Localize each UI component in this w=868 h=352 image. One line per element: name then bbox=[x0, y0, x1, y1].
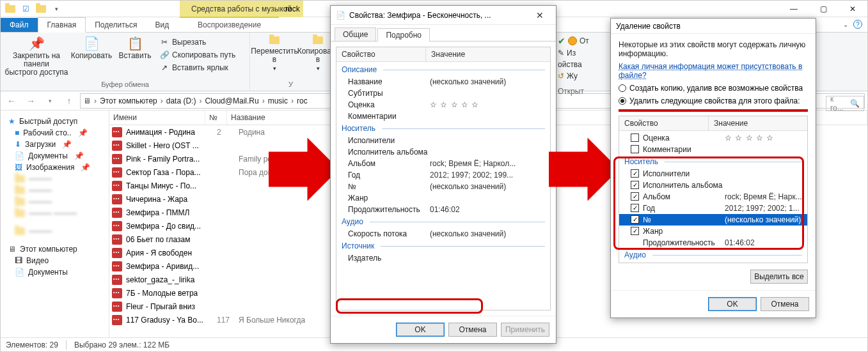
music-file-icon bbox=[112, 315, 122, 325]
qat-new-folder-icon[interactable] bbox=[34, 2, 48, 16]
nav-back-button[interactable]: ← bbox=[3, 93, 20, 109]
nav-sidebar: ★Быстрый доступ ■Рабочий сто..📌 ⬇Загрузк… bbox=[1, 111, 109, 337]
close-button[interactable]: ✕ bbox=[838, 1, 867, 17]
cancel-button[interactable]: Отмена bbox=[761, 297, 809, 311]
select-all-button[interactable]: Выделить все bbox=[750, 270, 808, 284]
scissors-icon: ✂ bbox=[159, 37, 170, 47]
dialog-close-button[interactable]: ✕ bbox=[529, 10, 551, 20]
crumb-cloud[interactable]: Cloud@Mail.Ru bbox=[205, 96, 258, 105]
crumb-music[interactable]: music bbox=[268, 96, 288, 105]
col-property: Свойство bbox=[336, 47, 426, 61]
properties-dialog: 📄 Свойства: Земфира - Бесконечность, ...… bbox=[330, 5, 556, 344]
copy-path-button[interactable]: 🔗Скопировать путь bbox=[158, 49, 237, 61]
status-count: Элементов: 29 bbox=[6, 341, 58, 349]
tab-playback[interactable]: Воспроизведение bbox=[180, 17, 279, 32]
sidebar-item-blurred[interactable]: ——— ——— bbox=[6, 208, 104, 219]
tab-home[interactable]: Главная bbox=[38, 17, 86, 33]
music-file-icon bbox=[112, 127, 122, 137]
list-item[interactable]: Продолжительность01:46:02 bbox=[619, 237, 807, 249]
search-box[interactable]: к ro... 🔍 bbox=[826, 96, 864, 111]
pictures-icon: 🖼 bbox=[15, 163, 22, 172]
nav-forward-button[interactable]: → bbox=[22, 93, 39, 109]
personal-info-link[interactable]: Какая личная информация может присутство… bbox=[619, 62, 802, 80]
sidebar-item-documents2[interactable]: 📄Документы bbox=[6, 266, 104, 278]
cancel-button[interactable]: Отмена bbox=[448, 323, 497, 337]
help-icon[interactable]: ? bbox=[853, 20, 862, 29]
pc-icon: 🖥 bbox=[8, 245, 16, 254]
music-file-icon bbox=[112, 194, 122, 204]
sidebar-item-downloads[interactable]: ⬇Загрузки📌 bbox=[6, 139, 104, 150]
sidebar-item-videos[interactable]: 🎞Видео bbox=[6, 255, 104, 266]
group-clipboard-label: Буфер обмена bbox=[4, 79, 246, 89]
music-file-icon bbox=[112, 181, 122, 191]
sidebar-this-pc[interactable]: 🖥Этот компьютер bbox=[6, 243, 104, 255]
crumb-drive[interactable]: data (D:) bbox=[166, 96, 196, 105]
svg-marker-1 bbox=[549, 138, 619, 201]
list-item[interactable]: Исполнители bbox=[619, 168, 807, 180]
maximize-button[interactable]: ▢ bbox=[809, 1, 838, 17]
history-icon: ↺ bbox=[558, 72, 564, 80]
group-audio: Аудио bbox=[619, 249, 807, 261]
paste-button[interactable]: 📋 Вставить bbox=[114, 34, 155, 60]
list-item[interactable]: Оценка☆ ☆ ☆ ☆ ☆ bbox=[619, 132, 807, 144]
ok-button[interactable]: OK bbox=[396, 323, 445, 337]
list-item[interactable]: Год2012; 1997; 2002; 1... bbox=[619, 203, 807, 214]
qat-folder-icon[interactable] bbox=[3, 2, 17, 16]
list-item[interactable]: Жанр bbox=[619, 226, 807, 237]
music-file-icon bbox=[112, 248, 122, 258]
copy-button[interactable]: 📄 Копировать bbox=[71, 34, 112, 60]
ribbon-collapse-icon[interactable]: ⌄ bbox=[843, 21, 848, 28]
apply-button[interactable]: Применить bbox=[501, 323, 549, 337]
remove-properties-list[interactable]: Оценка☆ ☆ ☆ ☆ ☆ Комментарии Носитель Исп… bbox=[619, 131, 807, 263]
move-to-button[interactable]: Переместить в ▾ bbox=[254, 34, 295, 72]
radio-remove-selected[interactable]: Удалить следующие свойства для этого фай… bbox=[619, 96, 808, 105]
nav-recent-button[interactable]: ▾ bbox=[42, 93, 58, 109]
path-icon: 🔗 bbox=[159, 50, 170, 60]
crumb-this-pc[interactable]: Этот компьютер bbox=[100, 96, 157, 105]
red-underline bbox=[619, 109, 808, 112]
music-file-icon bbox=[112, 221, 122, 231]
desktop-icon: ■ bbox=[15, 128, 19, 137]
red-arrow-icon bbox=[549, 131, 619, 208]
sidebar-item-documents[interactable]: 📄Документы📌 bbox=[6, 150, 104, 162]
tab-file[interactable]: Файл bbox=[1, 18, 38, 32]
tab-details[interactable]: Подробно bbox=[377, 28, 430, 42]
col-header-name[interactable]: Имени bbox=[109, 111, 205, 125]
minimize-button[interactable]: — bbox=[779, 1, 809, 17]
tab-general[interactable]: Общие bbox=[335, 27, 376, 41]
pin-button[interactable]: 📌 Закрепить на панели быстрого доступа bbox=[4, 34, 68, 77]
group-source: Источник bbox=[336, 240, 550, 252]
open-icon bbox=[568, 36, 577, 45]
list-item[interactable]: Альбомrock; Время Ё; Нарк... bbox=[619, 191, 807, 203]
sidebar-item-pictures[interactable]: 🖼Изображения📌 bbox=[6, 162, 104, 173]
qat-props-icon[interactable]: ☑ bbox=[19, 2, 33, 16]
sidebar-quick-access[interactable]: ★Быстрый доступ bbox=[6, 116, 104, 127]
status-selected: Выбрано 29 элем.: 122 МБ bbox=[74, 341, 170, 349]
window-title: rock bbox=[285, 1, 300, 17]
sidebar-item-desktop[interactable]: ■Рабочий сто..📌 bbox=[6, 127, 104, 139]
sidebar-item-blurred[interactable]: ——— bbox=[6, 173, 104, 185]
edit-icon: ✎ bbox=[558, 49, 564, 57]
list-item-selected[interactable]: №(несколько значений) bbox=[619, 214, 807, 226]
crumb-rock[interactable]: roc bbox=[297, 96, 308, 105]
sidebar-item-blurred[interactable]: ——— bbox=[6, 185, 104, 196]
svg-marker-0 bbox=[269, 138, 339, 201]
rating-stars-icon[interactable]: ☆ ☆ ☆ ☆ ☆ bbox=[430, 100, 550, 109]
cut-button[interactable]: ✂Вырезать bbox=[158, 36, 237, 48]
nav-up-button[interactable]: ↑ bbox=[61, 93, 77, 109]
sidebar-item-blurred[interactable]: ——— bbox=[6, 196, 104, 208]
list-item[interactable]: Комментарии bbox=[619, 144, 807, 155]
col-header-num[interactable]: № bbox=[205, 111, 227, 125]
list-item[interactable]: Исполнитель альбома bbox=[619, 180, 807, 191]
pin-icon: 📌 bbox=[29, 36, 45, 50]
tab-view[interactable]: Вид bbox=[146, 18, 178, 32]
properties-dialog-title: Свойства: Земфира - Бесконечность, ... bbox=[349, 11, 529, 20]
paste-shortcut-button[interactable]: ↗Вставить ярлык bbox=[158, 62, 237, 73]
qat-dropdown-icon[interactable]: ▾ bbox=[49, 2, 63, 16]
radio-create-copy[interactable]: Создать копию, удалив все возможные свой… bbox=[619, 84, 808, 93]
documents-icon: 📄 bbox=[15, 151, 24, 160]
sidebar-item-blurred[interactable]: ——— bbox=[6, 226, 104, 237]
properties-list[interactable]: Описание Название(несколько значений) Су… bbox=[336, 62, 550, 310]
tab-share[interactable]: Поделиться bbox=[86, 18, 146, 32]
ok-button[interactable]: OK bbox=[708, 297, 757, 311]
